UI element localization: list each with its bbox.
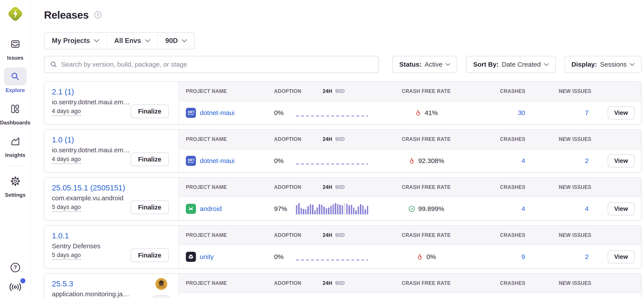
col-crash-free-rate: CRASH FREE RATE xyxy=(372,184,481,190)
crash-free-value: 92.308% xyxy=(418,157,444,165)
crashes-link[interactable]: 9 xyxy=(481,253,544,260)
avatar[interactable] xyxy=(156,278,167,290)
title-help-icon[interactable]: ? xyxy=(94,11,102,19)
col-crash-free-rate: CRASH FREE RATE xyxy=(372,136,481,142)
release-table: PROJECT NAME ADOPTION 24H90D CRASH FREE … xyxy=(179,178,641,220)
page-title: Releases xyxy=(44,9,89,21)
sidebar-item-label: Explore xyxy=(6,87,25,93)
range-24h: 24H xyxy=(323,232,332,238)
range-90d: 90D xyxy=(335,136,345,142)
view-button[interactable]: View xyxy=(608,154,634,167)
range-90d: 90D xyxy=(335,184,345,190)
sidebar-item-settings[interactable]: Settings xyxy=(4,172,27,198)
new-issues-link[interactable]: 2 xyxy=(544,253,606,260)
sidebar-item-label: Settings xyxy=(5,192,26,198)
search-box xyxy=(44,56,379,73)
release-created[interactable]: 4 days ago xyxy=(52,156,81,164)
project-link[interactable]: .NETMAUI dotnet-maui xyxy=(179,108,274,118)
project-filter-value: My Projects xyxy=(52,37,90,45)
crashes-link[interactable]: 30 xyxy=(481,109,544,117)
project-filter-dropdown[interactable]: My Projects xyxy=(44,33,106,49)
range-24h: 24H xyxy=(323,184,332,190)
new-issues-link[interactable]: 4 xyxy=(544,205,606,212)
environment-filter-dropdown[interactable]: All Envs xyxy=(106,33,158,49)
crash-free-rate: 0% xyxy=(372,253,481,260)
date-range-dropdown[interactable]: 90D xyxy=(158,33,194,49)
release-version-link[interactable]: 25.05.15.1 (2505151) xyxy=(52,183,125,192)
col-new-issues: NEW ISSUES xyxy=(544,232,606,238)
col-crashes: CRASHES xyxy=(481,136,544,142)
release-created[interactable]: 5 days ago xyxy=(52,252,81,260)
col-new-issues: NEW ISSUES xyxy=(544,280,606,286)
sort-by-dropdown[interactable]: Sort By: Date Created xyxy=(466,56,556,73)
display-label: Display: xyxy=(572,61,597,68)
crash-free-rate: 41% xyxy=(372,109,481,117)
org-logo[interactable] xyxy=(7,5,24,22)
display-dropdown[interactable]: Display: Sessions xyxy=(564,56,642,73)
search-explore-icon xyxy=(4,68,27,86)
new-issues-link[interactable]: 2 xyxy=(544,157,606,165)
range-24h: 24H xyxy=(323,280,332,286)
table-header: PROJECT NAME ADOPTION 24H90D CRASH FREE … xyxy=(179,82,641,101)
project-link[interactable]: android xyxy=(179,204,274,214)
col-adoption: ADOPTION xyxy=(274,280,296,286)
finalized-check-badge[interactable] xyxy=(152,295,170,298)
adoption-value: 0% xyxy=(274,109,296,117)
page-filter-bar: My Projects All Envs 90D xyxy=(44,32,195,49)
release-table: PROJECT NAME ADOPTION 24H90D CRASH FREE … xyxy=(179,82,641,124)
finalize-button[interactable]: Finalize xyxy=(131,105,169,118)
chevron-down-icon xyxy=(94,39,99,42)
adoption-value: 0% xyxy=(274,157,296,165)
project-link[interactable]: unity xyxy=(179,252,274,262)
sidebar-bottom: ? xyxy=(9,262,22,291)
sidebar-item-explore[interactable]: Explore xyxy=(4,68,27,93)
release-card: 2.1 (1) io.sentry.dotnet.maui.em… 4 days… xyxy=(44,81,642,125)
view-button[interactable]: View xyxy=(608,250,634,263)
col-crash-free-rate: CRASH FREE RATE xyxy=(372,88,481,94)
release-meta: 1.0 (1) io.sentry.dotnet.maui.em… 4 days… xyxy=(44,130,179,172)
dotnet-maui-platform-icon: .NETMAUI xyxy=(186,156,196,166)
sidebar-item-dashboards[interactable]: Dashboards xyxy=(0,100,30,126)
project-name: dotnet-maui xyxy=(200,109,234,117)
main-content: Releases ? My Projects All Envs 90D xyxy=(31,0,644,298)
release-version-link[interactable]: 2.1 (1) xyxy=(52,87,74,96)
sidebar-item-issues[interactable]: Issues xyxy=(4,35,27,61)
date-range-value: 90D xyxy=(165,37,178,45)
new-issues-link[interactable]: 7 xyxy=(544,109,606,117)
crashes-link[interactable]: 4 xyxy=(481,205,544,212)
finalize-button[interactable]: Finalize xyxy=(131,248,169,262)
release-created[interactable]: 5 days ago xyxy=(52,204,81,212)
release-version-link[interactable]: 25.5.3 xyxy=(52,279,73,288)
release-version-link[interactable]: 1.0.1 xyxy=(52,231,69,240)
crash-free-rate: 92.308% xyxy=(372,157,481,165)
crash-free-rate: 99.899% xyxy=(372,205,481,212)
col-crashes: CRASHES xyxy=(481,280,544,286)
release-card: 1.0.1 Sentry Defenses 5 days ago Finaliz… xyxy=(44,225,642,269)
sidebar-divider xyxy=(6,165,25,166)
sidebar-item-insights[interactable]: Insights xyxy=(4,132,27,158)
chevron-down-icon xyxy=(544,63,549,66)
release-card: 1.0 (1) io.sentry.dotnet.maui.em… 4 days… xyxy=(44,129,642,173)
help-icon[interactable]: ? xyxy=(10,262,21,273)
release-version-link[interactable]: 1.0 (1) xyxy=(52,135,74,144)
range-24h: 24H xyxy=(323,88,332,94)
sidebar-item-label: Issues xyxy=(7,55,24,61)
release-created[interactable]: 4 days ago xyxy=(52,108,81,116)
fire-icon xyxy=(408,157,415,164)
range-24h: 24H xyxy=(323,136,332,142)
search-input[interactable] xyxy=(61,61,373,68)
finalize-button[interactable]: Finalize xyxy=(131,200,169,214)
finalize-button[interactable]: Finalize xyxy=(131,153,169,166)
col-adoption: ADOPTION xyxy=(274,88,296,94)
project-link[interactable]: .NETMAUI dotnet-maui xyxy=(179,156,274,166)
view-button[interactable]: View xyxy=(608,106,634,119)
adoption-sparkline xyxy=(296,203,368,214)
whats-new-broadcast-icon[interactable] xyxy=(9,282,22,291)
chevron-down-icon xyxy=(182,39,187,42)
view-button[interactable]: View xyxy=(608,202,634,215)
status-dropdown[interactable]: Status: Active xyxy=(392,56,457,73)
crashes-link[interactable]: 4 xyxy=(481,157,544,165)
table-header: PROJECT NAME ADOPTION 24H90D CRASH FREE … xyxy=(179,178,641,197)
check-circle-icon xyxy=(408,205,415,212)
fire-icon xyxy=(414,109,422,116)
